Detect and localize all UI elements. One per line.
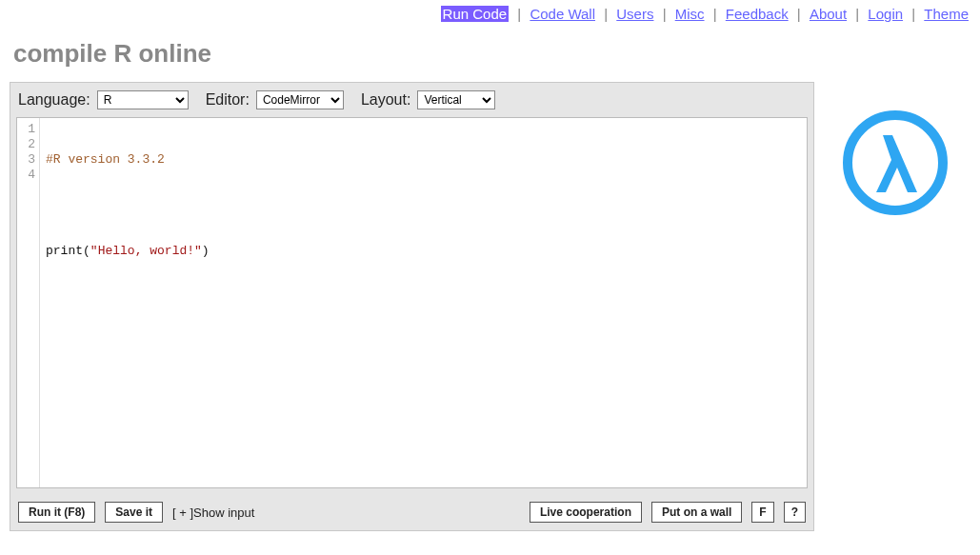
- sidebar: [814, 82, 967, 215]
- nav-users[interactable]: Users: [616, 6, 653, 22]
- nav-misc[interactable]: Misc: [675, 6, 705, 22]
- code-string: "Hello, world!": [90, 244, 202, 258]
- code-area[interactable]: #R version 3.3.2 print("Hello, world!"): [40, 118, 807, 487]
- gutter-line: 4: [17, 168, 35, 183]
- nav-about[interactable]: About: [810, 6, 847, 22]
- nav-code-wall[interactable]: Code Wall: [530, 6, 595, 22]
- code-identifier: print: [46, 244, 83, 258]
- code-paren: (: [83, 244, 90, 258]
- nav-login[interactable]: Login: [868, 6, 903, 22]
- nav-separator: |: [797, 6, 801, 22]
- help-button[interactable]: ?: [784, 502, 806, 523]
- nav-separator: |: [855, 6, 859, 22]
- live-cooperation-button[interactable]: Live cooperation: [530, 502, 642, 523]
- gutter-line: 2: [17, 137, 35, 152]
- top-nav: Run Code | Code Wall | Users | Misc | Fe…: [0, 0, 980, 30]
- controls-row: Language: R Editor: CodeMirror Layout: V…: [16, 89, 808, 117]
- code-editor[interactable]: 1 2 3 4 #R version 3.3.2 print("Hello, w…: [16, 117, 808, 488]
- nav-theme[interactable]: Theme: [924, 6, 969, 22]
- language-label: Language:: [18, 91, 90, 109]
- nav-separator: |: [517, 6, 521, 22]
- nav-separator: |: [713, 6, 717, 22]
- language-select[interactable]: R: [97, 90, 189, 109]
- editor-label: Editor:: [206, 91, 250, 109]
- editor-gutter: 1 2 3 4: [17, 118, 40, 487]
- main-panel: Language: R Editor: CodeMirror Layout: V…: [10, 82, 814, 531]
- show-input-toggle[interactable]: [ + ] Show input: [172, 505, 254, 520]
- nav-feedback[interactable]: Feedback: [726, 6, 789, 22]
- code-paren: ): [202, 244, 210, 258]
- lambda-logo-icon: [843, 110, 948, 215]
- put-on-wall-button[interactable]: Put on a wall: [651, 502, 742, 523]
- expand-icon: [ + ]: [172, 505, 193, 520]
- nav-separator: |: [663, 6, 667, 22]
- save-button[interactable]: Save it: [105, 502, 163, 523]
- gutter-line: 3: [17, 152, 35, 168]
- bottom-bar: Run it (F8) Save it [ + ] Show input Liv…: [16, 500, 808, 525]
- run-button[interactable]: Run it (F8): [18, 502, 95, 523]
- page-title: compile R online: [0, 30, 980, 82]
- nav-separator: |: [604, 6, 608, 22]
- nav-separator: |: [911, 6, 915, 22]
- layout-label: Layout:: [361, 91, 410, 109]
- nav-run-code[interactable]: Run Code: [441, 6, 510, 22]
- show-input-label: Show input: [193, 505, 254, 520]
- editor-select[interactable]: CodeMirror: [256, 90, 344, 109]
- fullscreen-button[interactable]: F: [751, 502, 773, 523]
- code-comment: #R version 3.3.2: [46, 152, 165, 167]
- gutter-line: 1: [17, 122, 35, 137]
- layout-select[interactable]: Vertical: [417, 90, 495, 109]
